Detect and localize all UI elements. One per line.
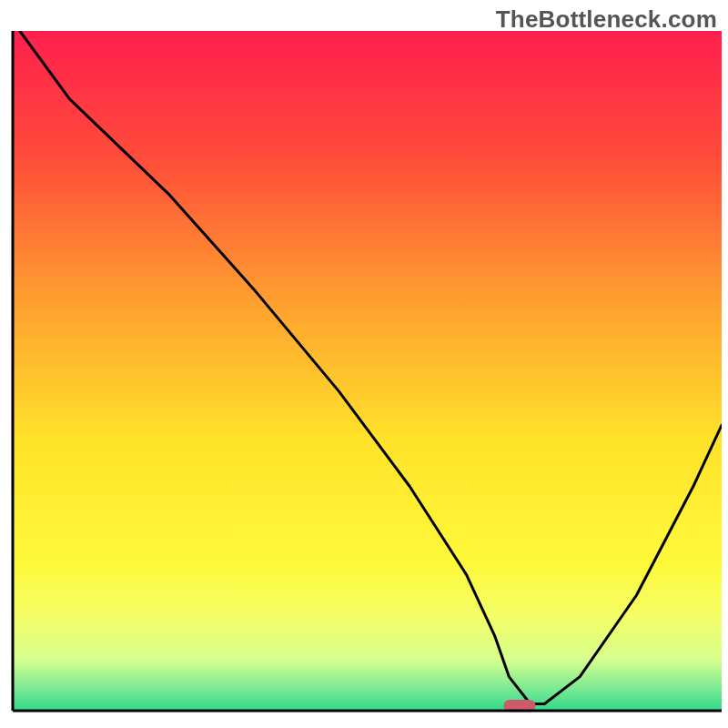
gradient-background xyxy=(13,31,722,711)
bottleneck-chart: TheBottleneck.com xyxy=(0,0,728,728)
watermark-text: TheBottleneck.com xyxy=(496,5,717,34)
chart-svg xyxy=(0,0,728,728)
